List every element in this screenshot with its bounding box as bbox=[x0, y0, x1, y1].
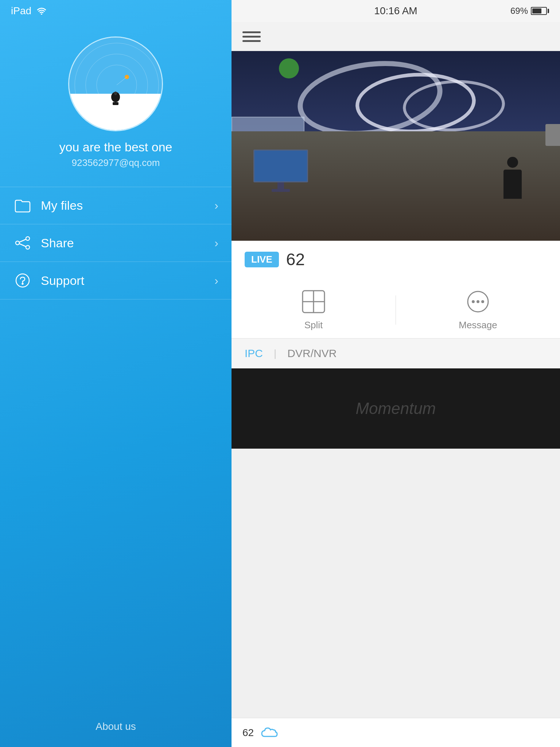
tab-ipc[interactable]: IPC bbox=[245, 347, 263, 360]
sidebar-item-support[interactable]: Support › bbox=[0, 262, 232, 299]
about-us-link[interactable]: About us bbox=[96, 721, 136, 732]
avatar-section: you are the best one 923562977@qq.com bbox=[59, 36, 172, 169]
split-label: Split bbox=[304, 320, 323, 331]
svg-line-12 bbox=[19, 239, 26, 242]
bottom-bar: 62 bbox=[232, 718, 560, 747]
svg-point-15 bbox=[22, 283, 23, 285]
person-silhouette bbox=[502, 157, 524, 201]
svg-line-5 bbox=[117, 77, 127, 85]
svg-point-9 bbox=[26, 237, 30, 240]
svg-point-11 bbox=[16, 241, 19, 245]
camera-brand-label: Momentum bbox=[355, 399, 436, 418]
support-chevron: › bbox=[214, 274, 218, 287]
action-bar: Split Message bbox=[232, 278, 560, 338]
battery-info: 69% bbox=[510, 6, 549, 16]
support-label: Support bbox=[41, 274, 214, 288]
share-icon bbox=[13, 233, 32, 252]
svg-point-25 bbox=[481, 300, 484, 303]
menu-list: My files › Share › bbox=[0, 187, 232, 299]
edge-camera bbox=[545, 124, 560, 146]
live-bar: LIVE 62 bbox=[232, 241, 560, 278]
cloud-icon bbox=[260, 725, 280, 740]
feed-image bbox=[232, 51, 560, 241]
message-icon bbox=[465, 289, 491, 314]
time-display: 10:16 AM bbox=[374, 5, 417, 17]
camera-icon bbox=[105, 87, 127, 110]
message-label: Message bbox=[459, 320, 497, 331]
svg-point-24 bbox=[477, 300, 479, 303]
svg-line-13 bbox=[19, 244, 26, 247]
left-sidebar: iPad bbox=[0, 0, 232, 747]
folder-icon bbox=[13, 196, 32, 215]
left-status-bar: iPad bbox=[0, 0, 232, 22]
hamburger-menu-bar[interactable] bbox=[232, 22, 560, 51]
svg-point-23 bbox=[472, 300, 475, 303]
svg-point-10 bbox=[26, 245, 30, 249]
my-files-chevron: › bbox=[214, 199, 218, 212]
svg-rect-18 bbox=[242, 40, 261, 42]
user-email: 923562977@qq.com bbox=[72, 157, 160, 169]
battery-icon bbox=[531, 7, 549, 15]
bottom-count: 62 bbox=[242, 727, 254, 739]
svg-point-0 bbox=[41, 13, 42, 15]
live-count: 62 bbox=[286, 249, 305, 269]
wifi-icon bbox=[36, 6, 47, 16]
right-panel: 10:16 AM 69% bbox=[232, 0, 560, 747]
svg-point-14 bbox=[16, 274, 29, 287]
camera-card: Momentum bbox=[232, 368, 560, 449]
hamburger-icon bbox=[242, 30, 261, 43]
user-name: you are the best one bbox=[59, 140, 172, 154]
right-status-bar: 10:16 AM 69% bbox=[232, 0, 560, 22]
sidebar-item-my-files[interactable]: My files › bbox=[0, 187, 232, 224]
monitor bbox=[253, 150, 308, 193]
device-tabs: IPC | DVR/NVR bbox=[232, 338, 560, 368]
split-icon bbox=[301, 289, 326, 314]
message-button[interactable]: Message bbox=[396, 289, 560, 331]
avatar bbox=[68, 36, 163, 131]
green-dome bbox=[279, 58, 299, 78]
share-label: Share bbox=[41, 236, 214, 250]
split-button[interactable]: Split bbox=[232, 289, 396, 331]
camera-feed bbox=[232, 51, 560, 241]
carrier-label: iPad bbox=[11, 5, 31, 17]
tab-dvrnvr[interactable]: DVR/NVR bbox=[287, 347, 337, 360]
sidebar-item-share[interactable]: Share › bbox=[0, 224, 232, 262]
live-badge: LIVE bbox=[245, 252, 279, 267]
svg-point-8 bbox=[114, 92, 117, 95]
svg-rect-7 bbox=[113, 102, 118, 105]
svg-rect-16 bbox=[242, 31, 261, 33]
svg-rect-17 bbox=[242, 36, 261, 38]
tab-divider: | bbox=[274, 348, 276, 359]
share-chevron: › bbox=[214, 236, 218, 250]
help-circle-icon bbox=[13, 271, 32, 290]
battery-pct-label: 69% bbox=[510, 6, 528, 16]
my-files-label: My files bbox=[41, 198, 214, 213]
